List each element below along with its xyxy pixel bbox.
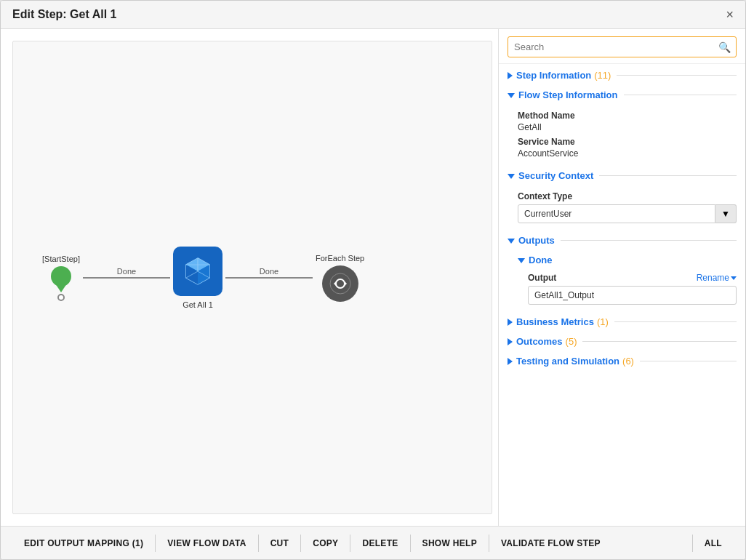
output-input[interactable] <box>528 286 737 305</box>
done-arrow <box>518 258 525 263</box>
flow-step-information-header[interactable]: Flow Step Information <box>508 84 737 103</box>
context-type-row: ▼ <box>518 204 737 223</box>
output-row: Output Rename <box>528 273 737 286</box>
foreach-step-node[interactable]: ForEach Step <box>316 254 364 302</box>
business-metrics-count: (1) <box>597 316 609 327</box>
done-label-output: Done <box>529 255 553 265</box>
security-context-content: Context Type ▼ <box>508 184 737 229</box>
security-context-section: Security Context Context Type ▼ <box>499 164 745 229</box>
connector-2: Done <box>225 277 313 279</box>
outcomes-line <box>582 341 737 342</box>
outputs-content: Done Output Rename <box>508 249 737 311</box>
business-metrics-header[interactable]: Business Metrics (1) <box>508 311 737 330</box>
security-context-arrow <box>508 174 515 179</box>
business-metrics-arrow <box>508 319 513 326</box>
testing-simulation-title: Testing and Simulation <box>516 356 619 367</box>
step-label: Get All 1 <box>183 300 213 309</box>
all-button[interactable]: ALL <box>693 527 734 559</box>
testing-simulation-line <box>640 361 737 361</box>
security-context-header[interactable]: Security Context <box>508 164 737 184</box>
search-bar: 🔍 <box>499 29 745 64</box>
flow-step-information-section: Flow Step Information Method Name GetAll… <box>499 84 745 164</box>
copy-button[interactable]: COPY <box>301 527 350 559</box>
modal-body: [StartStep] Done <box>1 29 745 526</box>
modal-container: Edit Step: Get All 1 × [StartStep] Done <box>0 0 746 560</box>
cut-button[interactable]: CUT <box>259 527 301 559</box>
testing-simulation-section: Testing and Simulation (6) <box>499 350 745 369</box>
outcomes-section: Outcomes (5) <box>499 330 745 350</box>
step-information-line <box>617 75 737 76</box>
business-metrics-title: Business Metrics <box>516 316 594 327</box>
search-input[interactable] <box>508 36 737 57</box>
start-icon <box>51 266 71 292</box>
service-name-label: Service Name <box>518 137 737 147</box>
main-step-node[interactable]: Get All 1 <box>173 247 222 309</box>
output-label: Output <box>528 273 556 283</box>
outcomes-count: (5) <box>566 336 577 347</box>
business-metrics-section: Business Metrics (1) <box>499 311 745 330</box>
foreach-label: ForEach Step <box>316 254 364 263</box>
security-context-line <box>599 175 737 176</box>
step-information-count: (11) <box>594 70 611 81</box>
svg-point-8 <box>330 273 350 294</box>
connector-1: Done <box>83 277 170 279</box>
delete-button[interactable]: DELETE <box>350 527 409 559</box>
search-icon: 🔍 <box>718 41 731 53</box>
start-step-node: [StartStep] <box>42 255 80 301</box>
foreach-icon <box>322 265 358 302</box>
outcomes-title: Outcomes <box>516 336 563 347</box>
outputs-line <box>561 240 737 241</box>
pin-bottom <box>55 284 67 292</box>
testing-simulation-header[interactable]: Testing and Simulation (6) <box>508 350 737 369</box>
outputs-arrow <box>508 239 515 244</box>
step-information-arrow <box>508 72 513 79</box>
outputs-header[interactable]: Outputs <box>508 229 737 249</box>
pin-circle <box>57 294 65 301</box>
done-label-1: Done <box>117 267 136 276</box>
testing-simulation-count: (6) <box>622 356 634 367</box>
step-information-section: Step Information (11) <box>499 64 745 84</box>
validate-flow-step-button[interactable]: VALIDATE FLOW STEP <box>489 527 612 559</box>
flow-canvas-area: [StartStep] Done <box>12 41 492 514</box>
modal-header: Edit Step: Get All 1 × <box>1 1 745 29</box>
foreach-svg-icon <box>329 272 352 295</box>
context-type-input[interactable] <box>518 204 715 223</box>
business-metrics-line <box>614 321 737 322</box>
outputs-title: Outputs <box>518 235 555 246</box>
security-context-title: Security Context <box>518 170 593 181</box>
step-box-icon <box>173 247 222 296</box>
start-label: [StartStep] <box>42 255 80 263</box>
rename-label: Rename <box>697 273 729 283</box>
modal-title: Edit Step: Get All 1 <box>12 8 116 21</box>
rename-arrow <box>731 276 737 280</box>
footer-toolbar: EDIT OUTPUT MAPPING (1) VIEW FLOW DATA C… <box>1 526 745 559</box>
context-type-dropdown-btn[interactable]: ▼ <box>715 204 737 223</box>
outputs-section: Outputs Done Output Rename <box>499 229 745 311</box>
flow-step-info-arrow <box>508 93 515 98</box>
close-button[interactable]: × <box>726 8 734 21</box>
method-name-value: GetAll <box>518 122 737 132</box>
view-flow-data-button[interactable]: VIEW FLOW DATA <box>156 527 257 559</box>
search-input-wrap: 🔍 <box>508 36 737 57</box>
rename-button[interactable]: Rename <box>697 273 737 283</box>
step-information-header[interactable]: Step Information (11) <box>508 64 737 84</box>
testing-simulation-arrow <box>508 358 513 365</box>
edit-output-mapping-button[interactable]: EDIT OUTPUT MAPPING (1) <box>12 527 155 559</box>
done-label-2: Done <box>260 267 278 276</box>
done-content: Output Rename <box>518 273 737 305</box>
right-panel: 🔍 Step Information (11) Flow Step Inform… <box>498 29 745 526</box>
flow-step-info-content: Method Name GetAll Service Name AccountS… <box>508 103 737 164</box>
outcomes-arrow <box>508 338 513 345</box>
flow-step-info-title: Flow Step Information <box>518 89 618 100</box>
outcomes-header[interactable]: Outcomes (5) <box>508 330 737 350</box>
show-help-button[interactable]: SHOW HELP <box>411 527 489 559</box>
service-name-value: AccountService <box>518 148 737 159</box>
flow-nodes: [StartStep] Done <box>13 41 492 513</box>
step-information-title: Step Information <box>516 70 591 81</box>
cube-icon <box>182 255 214 287</box>
done-header[interactable]: Done <box>518 252 737 268</box>
method-name-label: Method Name <box>518 111 737 121</box>
h-line-2 <box>225 277 313 279</box>
h-line-1 <box>83 277 170 279</box>
context-type-label: Context Type <box>518 191 737 201</box>
